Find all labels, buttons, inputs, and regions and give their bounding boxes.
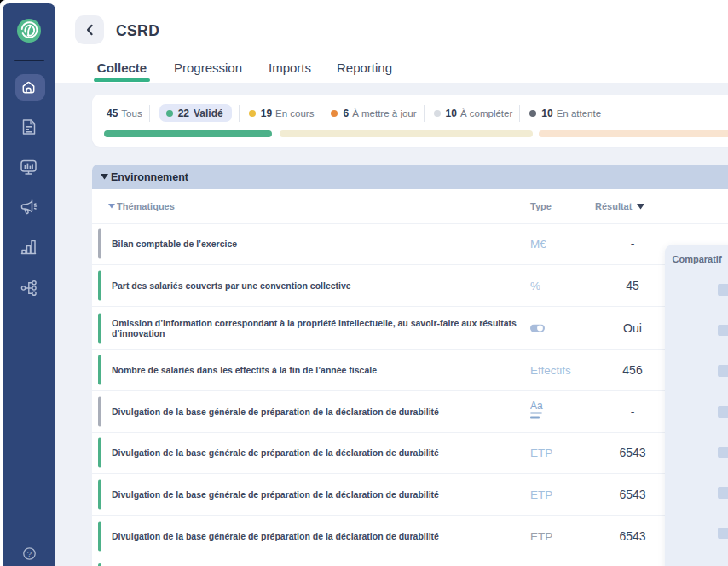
svg-text:?: ? (27, 549, 32, 558)
svg-text:Aa: Aa (530, 401, 543, 412)
